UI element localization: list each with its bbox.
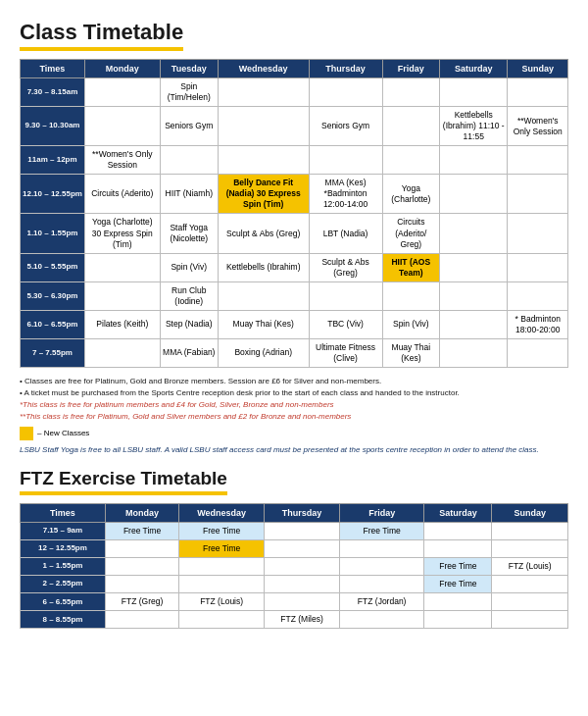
ftz-friday-cell	[339, 611, 424, 629]
class-timetable: Times Monday Tuesday Wednesday Thursday …	[20, 59, 568, 368]
ftz-wednesday-cell	[179, 558, 265, 576]
ftz-col-thursday: Thursday	[265, 503, 340, 522]
friday-cell: HIIT (AOS Team)	[382, 253, 439, 281]
class-timetable-title: Class Timetable	[20, 20, 183, 51]
ftz-saturday-cell: Free Time	[424, 576, 492, 593]
saturday-cell	[440, 175, 508, 214]
monday-cell: Pilates (Keith)	[84, 310, 160, 338]
ftz-time-cell: 7.15 – 9am	[21, 522, 106, 539]
sunday-cell: **Women's Only Session	[508, 107, 568, 146]
saturday-cell	[440, 253, 508, 281]
saturday-cell	[440, 310, 508, 338]
lsbu-note: LSBU Staff Yoga is free to all LSBU staf…	[20, 444, 568, 456]
sunday-cell	[508, 253, 568, 281]
ftz-time-cell: 6 – 6.55pm	[21, 593, 106, 611]
time-cell: 5.30 – 6.30pm	[21, 281, 85, 310]
ftz-timetable-title: FTZ Exercise Timetable	[20, 468, 227, 495]
tuesday-cell: Spin (Tim/Helen)	[160, 78, 218, 107]
ftz-col-friday: Friday	[339, 503, 424, 522]
monday-cell	[84, 253, 160, 281]
col-header-monday: Monday	[84, 60, 160, 78]
ftz-thursday-cell	[265, 593, 340, 611]
ftz-timetable: Times Monday Wednesday Thursday Friday S…	[20, 503, 568, 629]
monday-cell	[84, 78, 160, 107]
ftz-sunday-cell	[492, 593, 568, 611]
ftz-thursday-cell	[265, 576, 340, 593]
ftz-col-times: Times	[21, 503, 106, 522]
ftz-monday-cell	[105, 540, 178, 558]
friday-cell	[382, 78, 439, 107]
sunday-cell	[508, 78, 568, 107]
friday-cell: Yoga (Charlotte)	[382, 175, 439, 214]
time-cell: 1.10 – 1.55pm	[21, 214, 85, 253]
thursday-cell: Seniors Gym	[309, 107, 382, 146]
wednesday-cell	[218, 281, 309, 310]
sunday-cell	[508, 281, 568, 310]
monday-cell: **Women's Only Session	[84, 146, 160, 175]
col-header-saturday: Saturday	[440, 60, 508, 78]
tuesday-cell: Step (Nadia)	[160, 310, 218, 338]
saturday-cell	[440, 214, 508, 253]
ftz-sunday-cell: FTZ (Louis)	[492, 558, 568, 576]
ftz-thursday-cell	[265, 558, 340, 576]
ftz-monday-cell: Free Time	[105, 522, 178, 539]
col-header-friday: Friday	[382, 60, 439, 78]
ftz-col-saturday: Saturday	[424, 503, 492, 522]
ftz-monday-cell	[105, 576, 178, 593]
time-cell: 6.10 – 6.55pm	[21, 310, 85, 338]
time-cell: 11am – 12pm	[21, 146, 85, 175]
ftz-thursday-cell	[265, 522, 340, 539]
friday-cell	[382, 107, 439, 146]
thursday-cell	[309, 146, 382, 175]
ftz-saturday-cell	[424, 611, 492, 629]
sunday-cell: * Badminton 18:00-20:00	[508, 310, 568, 338]
ftz-friday-cell	[339, 558, 424, 576]
col-header-sunday: Sunday	[508, 60, 568, 78]
saturday-cell	[440, 78, 508, 107]
ftz-monday-cell	[105, 558, 178, 576]
monday-cell: Yoga (Charlotte) 30 Express Spin (Tim)	[84, 214, 160, 253]
legend-row: – New Classes	[20, 427, 568, 440]
wednesday-cell: Sculpt & Abs (Greg)	[218, 214, 309, 253]
friday-cell	[382, 281, 439, 310]
ftz-monday-cell: FTZ (Greg)	[105, 593, 178, 611]
wednesday-cell	[218, 78, 309, 107]
wednesday-cell	[218, 107, 309, 146]
tuesday-cell: Seniors Gym	[160, 107, 218, 146]
ftz-wednesday-cell: Free Time	[179, 540, 265, 558]
ftz-wednesday-cell: Free Time	[179, 522, 265, 539]
tuesday-cell: Spin (Viv)	[160, 253, 218, 281]
ftz-saturday-cell: Free Time	[424, 558, 492, 576]
time-cell: 9.30 – 10.30am	[21, 107, 85, 146]
legend-label: – New Classes	[37, 429, 89, 437]
ftz-col-wednesday: Wednesday	[179, 503, 265, 522]
monday-cell	[84, 281, 160, 310]
ftz-wednesday-cell	[179, 611, 265, 629]
tuesday-cell: Staff Yoga (Nicolette)	[160, 214, 218, 253]
friday-cell: Spin (Viv)	[382, 310, 439, 338]
class-notes: • Classes are free for Platinum, Gold an…	[20, 376, 568, 423]
ftz-sunday-cell	[492, 576, 568, 593]
tuesday-cell: Run Club (Iodine)	[160, 281, 218, 310]
col-header-times: Times	[21, 60, 85, 78]
thursday-cell	[309, 281, 382, 310]
monday-cell	[84, 338, 160, 367]
sunday-cell	[508, 338, 568, 367]
ftz-time-cell: 1 – 1.55pm	[21, 558, 106, 576]
monday-cell	[84, 107, 160, 146]
wednesday-cell: Kettlebells (Ibrahim)	[218, 253, 309, 281]
wednesday-cell: Boxing (Adrian)	[218, 338, 309, 367]
ftz-monday-cell	[105, 611, 178, 629]
saturday-cell	[440, 146, 508, 175]
saturday-cell	[440, 281, 508, 310]
thursday-cell: Ultimate Fitness (Clive)	[309, 338, 382, 367]
tuesday-cell	[160, 146, 218, 175]
time-cell: 12.10 – 12.55pm	[21, 175, 85, 214]
ftz-friday-cell	[339, 576, 424, 593]
ftz-friday-cell: FTZ (Jordan)	[339, 593, 424, 611]
legend-box	[20, 427, 33, 440]
friday-cell: Muay Thai (Kes)	[382, 338, 439, 367]
sunday-cell	[508, 175, 568, 214]
thursday-cell: TBC (Viv)	[309, 310, 382, 338]
time-cell: 7 – 7.55pm	[21, 338, 85, 367]
